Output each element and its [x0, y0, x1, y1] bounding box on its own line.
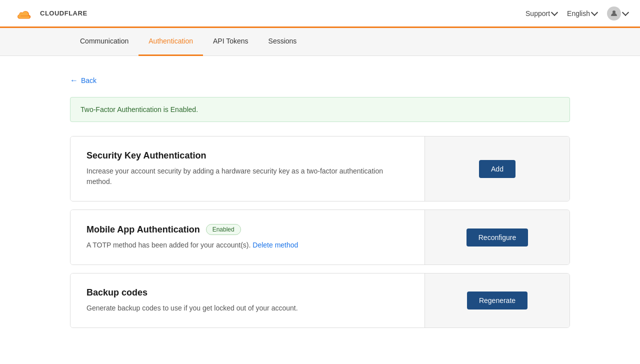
user-avatar-icon [607, 6, 621, 20]
main-content: ← Back Two-Factor Authentication is Enab… [0, 56, 640, 356]
support-label: Support [526, 10, 550, 18]
user-menu[interactable] [607, 6, 628, 20]
mobile-app-card-action: Reconfigure [424, 210, 570, 264]
backup-codes-title: Backup codes [86, 288, 408, 298]
language-menu[interactable]: English [567, 10, 597, 18]
backup-codes-card: Backup codes Generate backup codes to us… [70, 273, 570, 328]
back-arrow-icon: ← [70, 76, 78, 85]
subnav-communication[interactable]: Communication [70, 28, 138, 56]
regenerate-button[interactable]: Regenerate [467, 292, 528, 310]
mobile-app-card-content: Mobile App Authentication Enabled A TOTP… [70, 210, 424, 264]
backup-codes-card-content: Backup codes Generate backup codes to us… [70, 274, 424, 328]
security-key-card-content: Security Key Authentication Increase you… [70, 136, 424, 201]
reconfigure-button[interactable]: Reconfigure [466, 228, 528, 246]
back-label: Back [81, 76, 96, 84]
back-link[interactable]: ← Back [70, 76, 570, 85]
logo-text: CLOUDFLARE [40, 10, 88, 17]
support-chevron-icon [551, 9, 558, 16]
alert-message: Two-Factor Authentication is Enabled. [80, 106, 198, 114]
security-key-title: Security Key Authentication [86, 150, 408, 161]
support-menu[interactable]: Support [526, 10, 557, 18]
top-right-controls: Support English [526, 6, 628, 20]
logo[interactable]: CLOUDFLARE [12, 6, 88, 22]
backup-codes-description: Generate backup codes to use if you get … [86, 303, 408, 314]
user-chevron-icon [622, 9, 629, 16]
mobile-app-title: Mobile App Authentication Enabled [86, 224, 408, 235]
security-key-description: Increase your account security by adding… [86, 166, 408, 187]
mobile-app-description: A TOTP method has been added for your ac… [86, 240, 408, 250]
mobile-app-enabled-badge: Enabled [206, 224, 241, 235]
mobile-app-desc-text: A TOTP method has been added for your ac… [86, 241, 252, 249]
mobile-app-card: Mobile App Authentication Enabled A TOTP… [70, 210, 570, 265]
backup-codes-card-action: Regenerate [424, 274, 570, 328]
subnav-sessions[interactable]: Sessions [258, 28, 307, 56]
security-key-card-action: Add [424, 136, 570, 201]
cloudflare-logo-icon [12, 6, 36, 22]
security-key-card: Security Key Authentication Increase you… [70, 136, 570, 202]
delete-method-link[interactable]: Delete method [252, 241, 298, 249]
add-security-key-button[interactable]: Add [479, 160, 516, 178]
subnav-authentication[interactable]: Authentication [138, 28, 203, 56]
language-chevron-icon [591, 9, 598, 16]
subnav-api-tokens[interactable]: API Tokens [203, 28, 258, 56]
top-bar: CLOUDFLARE Support English [0, 0, 640, 28]
language-label: English [567, 10, 590, 18]
tfa-status-alert: Two-Factor Authentication is Enabled. [70, 97, 570, 122]
sub-navigation: Communication Authentication API Tokens … [0, 28, 640, 56]
